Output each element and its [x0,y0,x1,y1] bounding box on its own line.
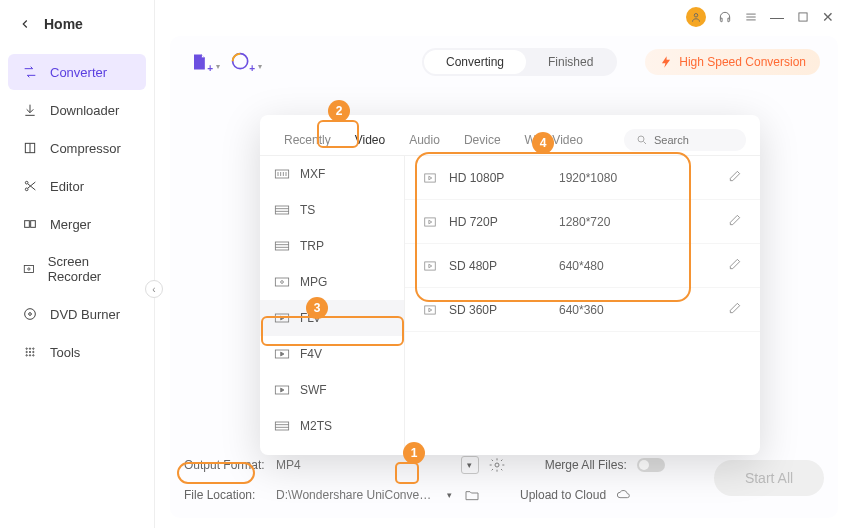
segment-control: Converting Finished [422,48,617,76]
svg-rect-23 [275,170,288,178]
svg-point-8 [28,268,30,270]
headphones-icon[interactable] [718,10,732,24]
svg-point-21 [495,463,499,467]
res-720p[interactable]: HD 720P 1280*720 [405,200,760,244]
add-file-button[interactable]: +▾ [188,51,210,73]
nav-label: Editor [50,179,84,194]
lightning-icon [659,55,673,69]
edit-icon[interactable] [728,213,742,230]
nav-converter[interactable]: Converter [8,54,146,90]
download-icon [22,102,38,118]
fmt-flv[interactable]: FLV [260,300,404,336]
folder-icon[interactable] [464,487,480,503]
nav-downloader[interactable]: Downloader [8,92,146,128]
edit-icon[interactable] [728,301,742,318]
res-480p[interactable]: SD 480P 640*480 [405,244,760,288]
file-location-value: D:\Wondershare UniConverter 1 [276,488,434,502]
panel-search[interactable] [624,129,746,151]
grid-icon [22,344,38,360]
svg-point-17 [26,355,27,356]
seg-finished[interactable]: Finished [526,50,615,74]
output-format-value: MP4 [276,458,301,472]
fmt-swf[interactable]: SWF [260,372,404,408]
fmt-ts[interactable]: TS [260,192,404,228]
svg-point-18 [29,355,30,356]
minimize-icon[interactable]: — [770,10,784,24]
format-panel: Recently Video Audio Device Web Video MX… [260,115,760,455]
svg-point-12 [29,348,30,349]
edit-icon[interactable] [728,257,742,274]
sidebar-header: Home [0,0,154,44]
svg-point-0 [694,14,698,18]
nav-label: Compressor [50,141,121,156]
resolution-list[interactable]: HD 1080P 1920*1080 HD 720P 1280*720 SD 4… [405,156,760,455]
gear-icon[interactable] [489,457,505,473]
titlebar: — ✕ [686,0,850,28]
nav-label: Screen Recorder [48,254,132,284]
nav-compressor[interactable]: Compressor [8,130,146,166]
merge-toggle[interactable] [637,458,665,472]
search-icon [636,134,648,146]
seg-converting[interactable]: Converting [424,50,526,74]
svg-point-27 [281,281,284,284]
res-1080p[interactable]: HD 1080P 1920*1080 [405,156,760,200]
fmt-m2ts[interactable]: M2TS [260,408,404,444]
tab-web-video[interactable]: Web Video [515,125,593,155]
merge-label: Merge All Files: [545,458,627,472]
svg-point-19 [33,355,34,356]
output-format-label: Output Format: [184,458,266,472]
format-list[interactable]: MXF TS TRP MPG FLV F4V SWF M2TS [260,156,405,455]
svg-point-16 [33,351,34,352]
svg-point-15 [29,351,30,352]
fmt-trp[interactable]: TRP [260,228,404,264]
high-speed-button[interactable]: High Speed Conversion [645,49,820,75]
converter-icon [22,64,38,80]
cloud-icon[interactable] [616,487,632,503]
nav-editor[interactable]: Editor [8,168,146,204]
upload-label: Upload to Cloud [520,488,606,502]
output-format-dropdown[interactable]: ▾ [461,456,479,474]
tab-video[interactable]: Video [345,125,395,155]
edit-icon[interactable] [728,169,742,186]
hs-label: High Speed Conversion [679,55,806,69]
nav-tools[interactable]: Tools [8,334,146,370]
search-input[interactable] [654,134,734,146]
fmt-mpg[interactable]: MPG [260,264,404,300]
svg-rect-5 [25,221,30,228]
recorder-icon [22,261,36,277]
close-icon[interactable]: ✕ [822,10,836,24]
add-folder-button[interactable]: +▾ [230,51,252,73]
svg-point-22 [638,136,644,142]
nav-screen-recorder[interactable]: Screen Recorder [8,244,146,294]
nav-dvd-burner[interactable]: DVD Burner [8,296,146,332]
svg-point-14 [26,351,27,352]
home-label[interactable]: Home [44,16,83,32]
disc-icon [22,306,38,322]
svg-rect-6 [31,221,36,228]
tab-audio[interactable]: Audio [399,125,450,155]
menu-icon[interactable] [744,10,758,24]
tab-device[interactable]: Device [454,125,511,155]
svg-point-3 [25,181,28,184]
compressor-icon [22,140,38,156]
nav-label: Tools [50,345,80,360]
svg-rect-31 [275,422,288,430]
avatar[interactable] [686,7,706,27]
nav-merger[interactable]: Merger [8,206,146,242]
fmt-mxf[interactable]: MXF [260,156,404,192]
file-location-dropdown[interactable]: ▾ [444,486,454,504]
nav-label: Converter [50,65,107,80]
tab-recently[interactable]: Recently [274,125,341,155]
svg-point-11 [26,348,27,349]
svg-point-10 [29,313,32,316]
svg-rect-34 [425,261,436,269]
back-icon[interactable] [18,17,32,31]
nav-label: Downloader [50,103,119,118]
collapse-handle[interactable]: ‹ [145,280,163,298]
maximize-icon[interactable] [796,10,810,24]
res-360p[interactable]: SD 360P 640*360 [405,288,760,332]
fmt-f4v[interactable]: F4V [260,336,404,372]
svg-rect-1 [799,13,807,21]
start-all-button[interactable]: Start All [714,460,824,496]
sidebar: Home Converter Downloader Compressor Edi… [0,0,155,528]
